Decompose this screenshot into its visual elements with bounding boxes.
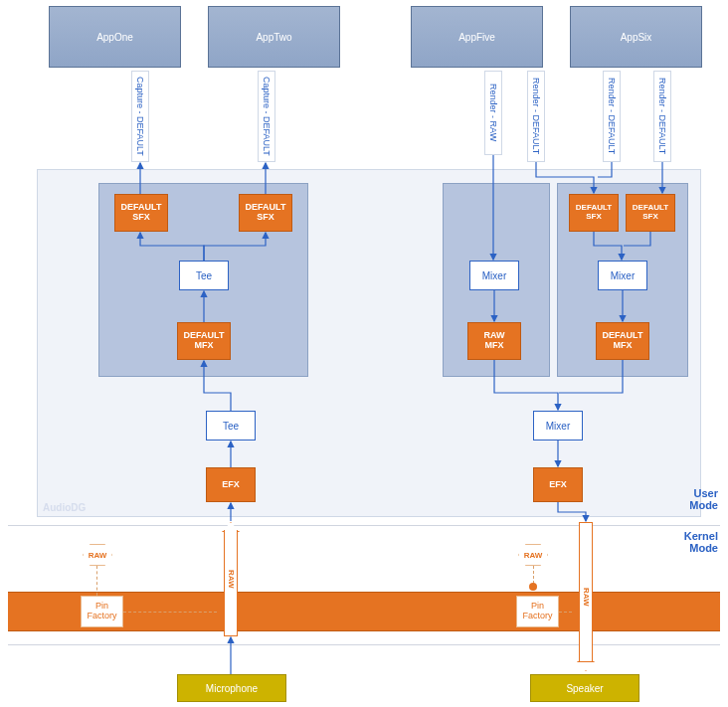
connector-render-raw: Render - RAW xyxy=(484,71,502,155)
raw-mfx: RAW MFX xyxy=(467,322,521,360)
app-two: AppTwo xyxy=(208,6,340,68)
connector-capture-default-2: Capture - DEFAULT xyxy=(258,71,275,162)
dash-right-a xyxy=(533,566,534,584)
connector-render-default-2: Render - DEFAULT xyxy=(603,71,621,162)
default-mfx-right: DEFAULT MFX xyxy=(596,322,649,360)
tee-lower: Tee xyxy=(206,411,256,441)
raw-arrow-right-label: RAW xyxy=(582,588,591,607)
mixer-left: Mixer xyxy=(469,261,519,290)
raw-arrow-left: RAW xyxy=(222,522,240,636)
audiodg-label: AudioDG xyxy=(43,502,86,513)
default-mfx-left: DEFAULT MFX xyxy=(177,322,231,360)
raw-hex-right-label: RAW xyxy=(518,544,548,566)
dash-right-b xyxy=(559,612,572,613)
default-sfx-left-1: DEFAULT SFX xyxy=(114,194,168,232)
raw-arrow-left-label: RAW xyxy=(227,570,236,589)
pin-factory-right: Pin Factory xyxy=(516,596,559,627)
app-one: AppOne xyxy=(49,6,181,68)
separator-1 xyxy=(8,525,720,526)
pin-factory-left: Pin Factory xyxy=(81,596,123,627)
mixer-lower: Mixer xyxy=(533,411,583,441)
raw-hex-right: RAW xyxy=(518,544,548,566)
app-five: AppFive xyxy=(411,6,543,68)
mixer-right: Mixer xyxy=(598,261,647,290)
tee-upper: Tee xyxy=(179,261,229,290)
default-sfx-right-1: DEFAULT SFX xyxy=(569,194,619,232)
speaker-box: Speaker xyxy=(530,674,639,702)
raw-arrow-right: RAW xyxy=(577,522,595,671)
dash-right-dot xyxy=(529,583,537,591)
connector-render-default-1: Render - DEFAULT xyxy=(527,71,545,162)
efx-right: EFX xyxy=(533,467,583,502)
dash-left-b xyxy=(123,612,217,613)
connector-render-default-3: Render - DEFAULT xyxy=(653,71,671,162)
app-six: AppSix xyxy=(570,6,702,68)
default-sfx-left-2: DEFAULT SFX xyxy=(239,194,292,232)
user-mode-label: User Mode xyxy=(689,487,718,511)
default-sfx-right-2: DEFAULT SFX xyxy=(626,194,675,232)
dash-left-a xyxy=(96,566,97,596)
kernel-mode-label: Kernel Mode xyxy=(684,530,718,554)
efx-left: EFX xyxy=(206,467,256,502)
connector-capture-default-1: Capture - DEFAULT xyxy=(131,71,149,162)
raw-hex-left: RAW xyxy=(83,544,112,566)
separator-2 xyxy=(8,644,720,645)
microphone-box: Microphone xyxy=(177,674,286,702)
raw-hex-left-label: RAW xyxy=(83,544,112,566)
